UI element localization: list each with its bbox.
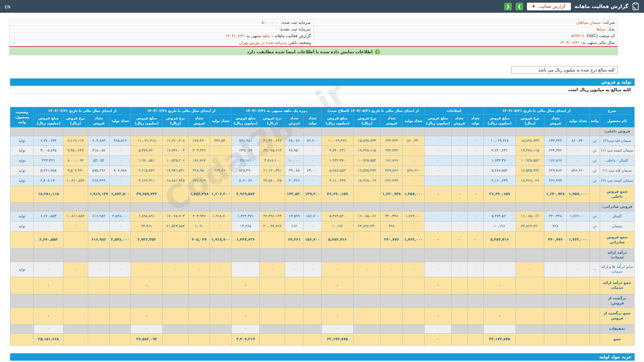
- value-cell: [260, 186, 285, 203]
- value-cell: ۱,۷۶۲,۰۰۰: [567, 231, 589, 248]
- value-cell: [451, 333, 467, 345]
- value-cell: [110, 325, 131, 334]
- value-cell: ۰: [110, 146, 131, 156]
- value-cell: ۰: [567, 156, 589, 166]
- value-cell: ۶۶۲: [285, 222, 304, 232]
- value-cell: ۰: [110, 262, 131, 277]
- value-cell: ۲۱,۵۲۳,۸۵۳: [163, 222, 189, 232]
- value-cell: ۳۴۰,۷۷۶: [544, 231, 567, 248]
- unit-cell: [589, 231, 600, 248]
- value-cell: [110, 333, 131, 345]
- row-label: سیمان کیسه تیپ (۱): [600, 146, 634, 156]
- value-cell: [304, 127, 322, 136]
- value-cell: [353, 277, 381, 294]
- section-title-production-sales: تولید و فروش: [10, 78, 635, 86]
- value-cell: ۵,۷۸۷,۵۵۲: [483, 166, 516, 176]
- value-cell: ۰: [467, 212, 483, 222]
- unit-cell: تن: [589, 136, 600, 146]
- value-cell: ۱۰,۱۹۶: [483, 222, 516, 232]
- value-cell: [381, 203, 402, 212]
- value-cell: ۲۲۶,۴۹۳: [381, 176, 402, 186]
- value-cell: ۱۵۶,۷۰۰: [304, 231, 322, 248]
- value-cell: [402, 325, 425, 334]
- info-report-period: گزارش فعالیت ماهانه ۱ ماهه منتهی به ۱۴۰۴…: [9, 33, 314, 40]
- report-type-dropdown[interactable]: گزارش فعالیت ▼: [527, 3, 571, 10]
- value-cell: ۱۰,۰۶۹,۳۶۷: [322, 136, 354, 146]
- value-cell: [88, 325, 110, 334]
- row-label: سیمان فله تیپ (۱): [600, 166, 634, 176]
- value-cell: [451, 308, 467, 325]
- value-cell: [163, 294, 189, 308]
- next-report-button[interactable]: ❯: [516, 3, 523, 10]
- production-sales-table: شرحاز ابتدای سال مالی تا تاریخ ۱۴۰۴/۰۵/۳…: [10, 107, 635, 346]
- value-cell: [544, 277, 567, 294]
- value-cell: ۲۶۸,۴۴۹: [88, 176, 110, 186]
- value-cell: ۹,۶۱۹,۱۱۹: [63, 136, 88, 146]
- value-cell: [567, 277, 589, 294]
- value-cell: ۶۱۶,۹۸۲: [88, 212, 110, 222]
- value-cell: [467, 203, 483, 212]
- value-cell: ۵۳,۰۵۲: [88, 156, 110, 166]
- value-cell: ۱,۷۶۲,۰۰۰: [402, 212, 425, 222]
- value-cell: [285, 325, 304, 334]
- value-cell: ۰: [451, 156, 467, 166]
- value-cell: ۲۴,۵۸۰,۰۴۵: [260, 176, 285, 186]
- value-cell: ۰: [425, 262, 451, 277]
- value-cell: ۲,۸۰۸,۱۳۰: [34, 176, 63, 186]
- value-cell: [322, 248, 354, 262]
- value-cell: [381, 248, 402, 262]
- column-header: تعداد تولید: [467, 115, 483, 127]
- chevron-down-icon: ▼: [532, 4, 535, 9]
- value-cell: [231, 248, 260, 262]
- value-cell: [285, 294, 304, 308]
- column-header: تعداد تولید: [304, 115, 322, 127]
- value-cell: ۹,۵۰۴,۹۹۰: [63, 166, 88, 176]
- value-cell: [63, 308, 88, 325]
- value-cell: [63, 277, 88, 294]
- status-cell: [10, 333, 34, 345]
- column-header: شرح: [589, 107, 634, 115]
- value-cell: ۵,۴۷۴,۵۲۰: [322, 212, 354, 222]
- value-cell: ۱۶,۰۸۵,۰۶۶: [516, 212, 544, 222]
- value-cell: ۷۶,۲۰۰: [304, 136, 322, 146]
- unit-cell: تن: [589, 176, 600, 186]
- status-cell: [10, 186, 34, 203]
- value-cell: ۳۲۹,۸۶۲: [381, 166, 402, 176]
- status-cell: [10, 231, 34, 248]
- value-cell: ۴,۴۰۷,۲۱۹: [231, 333, 260, 345]
- row-label: تخفیفات: [600, 325, 634, 334]
- value-cell: ۱۰,۹۲۵,۵۵۴: [516, 156, 544, 166]
- language-en-link[interactable]: EN: [5, 5, 11, 9]
- value-cell: ۵,۷۸۷,۵۵۲: [322, 166, 354, 176]
- value-cell: [304, 308, 322, 325]
- value-cell: ۰: [567, 222, 589, 232]
- value-cell: ۰: [353, 262, 381, 277]
- value-cell: [34, 294, 63, 308]
- unit-cell: تن: [589, 222, 600, 232]
- prev-report-button[interactable]: ❮: [504, 3, 512, 10]
- value-cell: ۰: [451, 166, 467, 176]
- value-cell: [467, 308, 483, 325]
- value-cell: ۳۸,۱۸۱: [231, 156, 260, 166]
- value-cell: [163, 277, 189, 294]
- value-cell: ۲۶,۶۹۰,۱۵۹: [483, 186, 516, 203]
- value-cell: [353, 325, 381, 334]
- value-cell: ۰: [34, 262, 63, 277]
- value-cell: ۳,۸۱۸,۱۰۰: [260, 156, 285, 166]
- value-cell: [483, 248, 516, 262]
- value-cell: ۰: [402, 146, 425, 156]
- value-cell: ۱۶,۲۶۰,۳۰۸: [163, 136, 189, 146]
- value-cell: ۰: [451, 212, 467, 222]
- value-cell: ۶۳۳,۳۴۴: [381, 136, 402, 146]
- value-cell: [189, 308, 210, 325]
- value-cell: [353, 248, 381, 262]
- value-cell: ۰: [131, 262, 163, 277]
- section-title-raw-material-purchase: خرید مواد اولیه: [10, 353, 635, 361]
- value-cell: ۱۵,۸۹۸,۷۳۳: [516, 136, 544, 146]
- value-cell: ۱,۴۳۷,۶۳۶: [231, 231, 260, 248]
- value-cell: [210, 333, 231, 345]
- value-cell: ۰: [210, 156, 231, 166]
- value-cell: ۲۷۴,۳۷۲: [544, 146, 567, 156]
- value-cell: ۹۶۱,۹۵۱: [231, 136, 260, 146]
- status-cell: [10, 325, 34, 334]
